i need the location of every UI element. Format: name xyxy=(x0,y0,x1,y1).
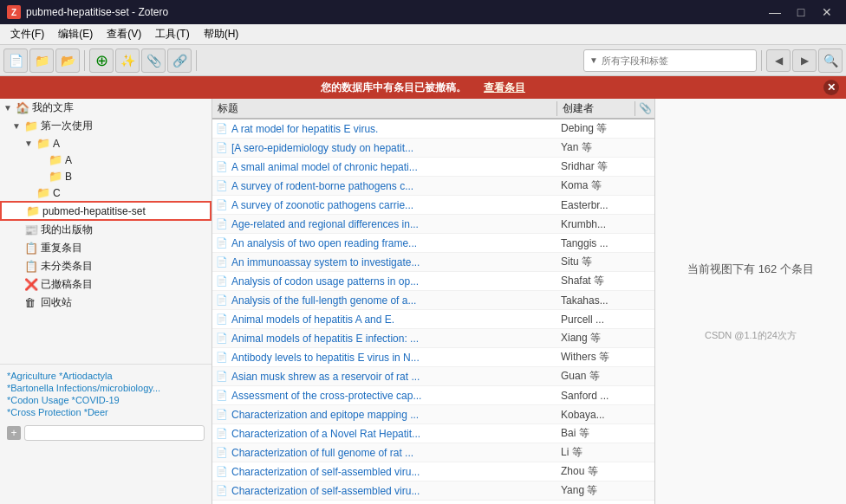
row-creator: Sanford ... xyxy=(557,390,635,402)
sidebar-item-a-sub[interactable]: 📁 A xyxy=(0,152,212,168)
menu-file[interactable]: 文件(F) xyxy=(3,25,51,43)
row-creator: Yang 等 xyxy=(557,483,635,498)
tag-item[interactable]: *Codon Usage *COVID-19 xyxy=(7,394,205,406)
row-creator: Situ 等 xyxy=(557,255,635,269)
col-header-creator[interactable]: 创建者 xyxy=(557,101,635,116)
tag-search[interactable] xyxy=(24,425,205,441)
menu-help[interactable]: 帮助(H) xyxy=(197,25,246,43)
sidebar-item-first-use[interactable]: ▼ 📁 第一次使用 xyxy=(0,117,212,135)
link-button[interactable]: 🔗 xyxy=(167,48,192,73)
table-row[interactable]: 📄 Characterization of self-assembled vir… xyxy=(212,462,654,481)
dup-icon: 📋 xyxy=(24,242,38,255)
row-creator: Sridhar 等 xyxy=(557,159,635,174)
row-doc-icon: 📄 xyxy=(212,161,228,172)
table-row[interactable]: 📄 A survey of zoonotic pathogens carrie.… xyxy=(212,196,654,215)
row-doc-icon: 📄 xyxy=(212,428,228,439)
table-row[interactable]: 📄 A rat model for hepatitis E virus. Deb… xyxy=(212,120,654,139)
close-button[interactable]: ✕ xyxy=(815,0,839,24)
table-row[interactable]: 📄 Characterization of self-assembled vir… xyxy=(212,501,654,504)
minimize-button[interactable]: — xyxy=(763,0,787,24)
table-row[interactable]: 📄 Characterization of a Novel Rat Hepati… xyxy=(212,424,654,443)
magic-button[interactable]: ✨ xyxy=(115,48,140,73)
add-button[interactable]: ⊕ xyxy=(89,48,114,73)
menu-edit[interactable]: 编辑(E) xyxy=(51,25,100,43)
search-box[interactable]: ▼ xyxy=(583,49,757,72)
row-creator: Takahas... xyxy=(557,294,635,307)
add-tag-button[interactable]: + xyxy=(7,426,21,440)
new-item-button[interactable]: 📄 xyxy=(3,48,28,73)
row-title: Analysis of codon usage patterns in op..… xyxy=(228,275,557,288)
tag-search-input[interactable] xyxy=(29,428,200,438)
row-title: A rat model for hepatitis E virus. xyxy=(228,123,557,135)
maximize-button[interactable]: □ xyxy=(789,0,813,24)
table-row[interactable]: 📄 Analysis of the full-length genome of … xyxy=(212,291,654,310)
sidebar-label: 已撤稿条目 xyxy=(41,277,93,292)
table-row[interactable]: 📄 An analysis of two open reading frame.… xyxy=(212,234,654,253)
search-input[interactable] xyxy=(602,55,732,66)
sidebar-label: 我的出版物 xyxy=(41,223,93,237)
row-creator: Withers 等 xyxy=(557,350,635,365)
row-title: Asian musk shrew as a reservoir of rat .… xyxy=(228,371,557,383)
sidebar-item-trash[interactable]: 🗑 回收站 xyxy=(0,294,212,312)
window-controls: — □ ✕ xyxy=(763,0,839,24)
table-row[interactable]: 📄 Animal models of hepatitis A and E. Pu… xyxy=(212,310,654,329)
row-creator: Kobaya... xyxy=(557,409,635,421)
col-header-attach[interactable]: 📎 xyxy=(635,102,654,114)
tag-item[interactable]: *Cross Protection *Deer xyxy=(7,406,205,418)
row-creator: Purcell ... xyxy=(557,313,635,326)
table-row[interactable]: 📄 An immunoassay system to investigate..… xyxy=(212,253,654,272)
table-row[interactable]: 📄 A survey of rodent-borne pathogens c..… xyxy=(212,177,654,196)
table-row[interactable]: 📄 Assessment of the cross-protective cap… xyxy=(212,386,654,405)
table-row[interactable]: 📄 Animal models of hepatitis E infection… xyxy=(212,329,654,348)
menu-tools[interactable]: 工具(T) xyxy=(148,25,196,43)
tree-arrow xyxy=(12,262,24,271)
row-doc-icon: 📄 xyxy=(212,313,228,325)
folder-button[interactable]: 📁 xyxy=(29,48,54,73)
row-title: Characterization of full genome of rat .… xyxy=(228,447,557,459)
table-row[interactable]: 📄 Characterization and epitope mapping .… xyxy=(212,405,654,424)
table-row[interactable]: 📄 Characterization of full genome of rat… xyxy=(212,443,654,462)
sidebar-item-c[interactable]: 📁 C xyxy=(0,184,212,201)
row-doc-icon: 📄 xyxy=(212,180,228,191)
credit-text: CSDN @1.1的24次方 xyxy=(687,329,814,342)
sidebar-item-my-publications[interactable]: 📰 我的出版物 xyxy=(0,221,212,239)
tree-arrow xyxy=(12,280,24,289)
folder2-button[interactable]: 📂 xyxy=(55,48,80,73)
row-title: An immunoassay system to investigate... xyxy=(228,256,557,268)
sidebar-item-unclassified[interactable]: 📋 未分类条目 xyxy=(0,257,212,275)
sidebar-item-a-folder[interactable]: ▼ 📁 A xyxy=(0,135,212,152)
attach-button[interactable]: 📎 xyxy=(141,48,166,73)
center-panel: 标题 创建者 📎 📄 A rat model for hepatitis E v… xyxy=(212,99,655,504)
menu-view[interactable]: 查看(V) xyxy=(100,25,148,43)
locate-button[interactable]: 🔍 xyxy=(818,48,843,73)
tree-arrow: ▼ xyxy=(3,103,16,113)
table-row[interactable]: 📄 Characterization of self-assembled vir… xyxy=(212,481,654,501)
sidebar-item-b[interactable]: 📁 B xyxy=(0,168,212,184)
table-row[interactable]: 📄 Asian musk shrew as a reservoir of rat… xyxy=(212,367,654,386)
tree-arrow xyxy=(14,206,26,216)
sidebar-item-pubmed-set[interactable]: 📁 pubmed-hepatitise-set xyxy=(0,201,212,221)
sidebar-item-dup[interactable]: 📋 重复条目 xyxy=(0,239,212,257)
tree-arrow xyxy=(12,225,24,235)
notification-close-button[interactable]: ✕ xyxy=(823,80,839,95)
tag-item[interactable]: *Agriculture *Artiodactyla xyxy=(7,370,205,382)
nav-back-button[interactable]: ◀ xyxy=(766,49,791,72)
table-row[interactable]: 📄 [A sero-epidemiology study on hepatit.… xyxy=(212,139,654,158)
row-doc-icon: 📄 xyxy=(212,123,228,134)
notification-link[interactable]: 查看条目 xyxy=(484,81,525,95)
table-row[interactable]: 📄 Analysis of codon usage patterns in op… xyxy=(212,272,654,291)
table-row[interactable]: 📄 Age-related and regional differences i… xyxy=(212,215,654,234)
table-row[interactable]: 📄 Antibody levels to hepatitis E virus i… xyxy=(212,348,654,367)
search-dropdown-arrow[interactable]: ▼ xyxy=(589,55,598,65)
nav-forward-button[interactable]: ▶ xyxy=(792,49,817,72)
tag-item[interactable]: *Bartonella Infections/microbiology... xyxy=(7,382,205,394)
notification-message: 您的数据库中有条目已被撤稿。 xyxy=(321,81,466,95)
sidebar-item-my-library[interactable]: ▼ 🏠 我的文库 xyxy=(0,99,212,117)
sidebar-item-retracted[interactable]: ❌ 已撤稿条目 xyxy=(0,275,212,294)
tree-arrow xyxy=(24,188,36,197)
table-row[interactable]: 📄 A small animal model of chronic hepati… xyxy=(212,158,654,177)
menubar: 文件(F) 编辑(E) 查看(V) 工具(T) 帮助(H) xyxy=(0,24,846,45)
col-header-title[interactable]: 标题 xyxy=(212,101,557,116)
retracted-icon: ❌ xyxy=(24,278,38,291)
toolbar-sep1 xyxy=(84,50,85,71)
